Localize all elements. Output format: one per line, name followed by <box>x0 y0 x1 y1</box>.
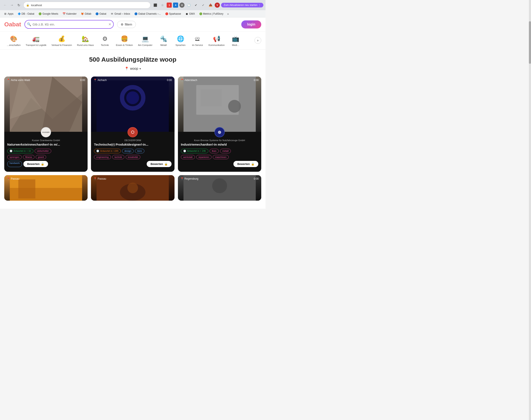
bookmark-dboabat-label: DB - Oabat <box>21 12 34 15</box>
company-abbr-1: KUSSER <box>42 131 49 133</box>
category-transport[interactable]: 🚛 Transport & Logistik <box>23 33 49 48</box>
cast-icon[interactable]: ⬛ <box>152 2 158 8</box>
computer-label: Am Computer <box>138 44 152 46</box>
bookmark-oabatchannels[interactable]: 🔵 Oabat Channels –... <box>133 12 163 16</box>
job-card-3[interactable]: 📍 Aldersbach 0:00 ⊚ Knorr-Bremse Systeme… <box>178 76 261 172</box>
bewerten-btn-2[interactable]: Bewerten 🔒 <box>147 161 171 167</box>
tags-1c: handwerk Bewerten 🔒 <box>7 161 85 167</box>
tag-reparieren[interactable]: reparieren <box>196 155 212 159</box>
tag-maschinen[interactable]: maschinen <box>213 155 229 159</box>
svg-point-11 <box>228 100 241 113</box>
job-card-5[interactable]: 📍 Passau <box>91 175 174 201</box>
bookmark-gmail[interactable]: ✉ Gmail – Inbox <box>109 12 132 16</box>
clock-icon-3: 🕐 <box>183 150 186 152</box>
tag-technik[interactable]: technik <box>112 155 124 159</box>
sprachen-icon: 🌐 <box>177 34 184 43</box>
bewerten-btn-1[interactable]: Bewerten 🔒 <box>23 161 48 167</box>
forward-button[interactable]: → <box>9 2 15 8</box>
response-tag-1[interactable]: 🕐 Antwortet in < 1h <box>7 149 33 153</box>
card-location-4: 📍 Passau <box>7 177 19 180</box>
bookmark-fullstory[interactable]: 🟢 Metrics | FullStory <box>197 12 225 16</box>
bookmark-googlemeets[interactable]: 🟢 Google Meets <box>37 12 60 16</box>
kommunikation-icon: 📢 <box>213 34 220 43</box>
bewerten-btn-3[interactable]: Bewerten 🔒 <box>233 161 258 167</box>
category-medi[interactable]: 📺 Medi… <box>227 33 244 48</box>
search-icon: 🔍 <box>27 22 31 26</box>
job-card-1[interactable]: 📍 Aicha vorm Wald 0:00 KUSSER Kusser Gra… <box>4 76 88 172</box>
category-technik[interactable]: ⚙ Technik <box>96 33 113 48</box>
tag-buero[interactable]: büro <box>135 149 144 153</box>
bookmark-kalender[interactable]: 📅 Kalender <box>61 12 78 16</box>
login-label: login <box>247 23 255 26</box>
category-verkauf[interactable]: 💰 Verkauf & Finanzen <box>49 33 75 48</box>
bookmark-apps[interactable]: ⊞ Apps <box>2 12 15 16</box>
bookmark-gmx[interactable]: ◼ GMX <box>184 12 197 16</box>
ext-clock[interactable]: 🕐 <box>186 2 192 8</box>
category-eigenschaften[interactable]: 🎨 …enschaften <box>4 33 23 48</box>
location-text-5: Passau <box>98 177 106 180</box>
ext-inbox[interactable]: 📥 <box>208 2 213 8</box>
category-metall[interactable]: 🔩 Metall <box>155 33 172 48</box>
location-selector[interactable]: 📍 woop ▾ <box>4 67 261 71</box>
haus-label: Rund ums Haus <box>77 44 94 46</box>
job-card-2[interactable]: 📍 Aichach 0:00 ⬡ DECKERFORM Technische(r… <box>91 76 174 172</box>
ext-v-badge[interactable]: V <box>215 2 220 8</box>
location-chevron-icon: ▾ <box>139 67 141 70</box>
tag-fitness[interactable]: fitness <box>23 155 34 159</box>
company-name-3: Knorr-Bremse Systeme für Nutzfahrzeuge G… <box>181 139 258 142</box>
job-card-4[interactable]: 📍 Passau <box>4 175 88 201</box>
category-service[interactable]: 🛎 im Service <box>189 33 206 48</box>
tag-metall[interactable]: metall <box>220 149 231 153</box>
tag-vielschotter[interactable]: vielschotter <box>35 149 51 153</box>
job-card-6[interactable]: 📍 Regensburg 0:00 <box>178 175 261 201</box>
bookmark-gitlab[interactable]: 🦊 Gitlab <box>79 12 93 16</box>
ext-u[interactable]: U <box>179 2 184 8</box>
company-logo-1: KUSSER <box>41 127 51 137</box>
category-essen[interactable]: 🍔 Essen & Trinken <box>113 33 136 48</box>
tag-werkstatt[interactable]: werkstatt <box>181 155 195 159</box>
logo-text: Oabat <box>4 21 21 28</box>
update-button[interactable]: Zum Aktualisieren neu starten ⋮ <box>221 3 263 7</box>
category-sprachen[interactable]: 🌐 Sprachen <box>172 33 189 48</box>
site-logo[interactable]: Oabat <box>4 21 21 28</box>
category-nav-next[interactable]: › <box>255 37 261 44</box>
ext-v1[interactable]: ✓ <box>200 2 206 8</box>
card-location-6: 📍 Regensburg <box>181 177 198 180</box>
tag-handwerk[interactable]: handwerk <box>7 161 22 167</box>
update-btn-label: Zum Aktualisieren neu starten <box>224 4 258 7</box>
ext-badge-red[interactable]: 1 <box>167 2 172 8</box>
search-clear-icon[interactable]: ✕ <box>108 22 111 26</box>
bookmark-dboabat[interactable]: 🔷 DB - Oabat <box>16 12 36 16</box>
more-bookmarks[interactable]: » <box>226 12 230 16</box>
location-text-4: Passau <box>11 177 19 180</box>
tag-design[interactable]: design <box>122 149 134 153</box>
tag-lkws[interactable]: lkws <box>210 149 219 153</box>
category-haus[interactable]: 🏡 Rund ums Haus <box>75 33 96 48</box>
location-text-3: Aldersbach <box>184 79 197 82</box>
ext-badge-blue[interactable]: 4 <box>173 2 178 8</box>
tag-sprengen[interactable]: sprengen <box>7 155 22 159</box>
tag-granit[interactable]: granit <box>36 155 46 159</box>
ext-check[interactable]: ✔ <box>193 2 199 8</box>
search-input[interactable] <box>24 20 114 29</box>
bookmark-oabat[interactable]: 🔵 Oabat <box>94 12 108 16</box>
filter-button[interactable]: ⚙ filtern <box>117 21 136 28</box>
category-computer[interactable]: 💻 Am Computer <box>136 33 155 48</box>
response-tag-2[interactable]: 🕐 Antwortet in >24h <box>94 149 121 153</box>
bookmark-icon[interactable]: ☆ <box>159 2 165 8</box>
response-tag-3[interactable]: 🕐 Antwortet in < 24h <box>181 149 208 153</box>
tags-1b: sprengen fitness granit <box>7 155 85 159</box>
tag-kreativitaet[interactable]: kreativität <box>126 155 140 159</box>
tag-engineering[interactable]: engineering <box>94 155 111 159</box>
fullstory-icon: 🟢 <box>199 12 202 15</box>
back-button[interactable]: ← <box>2 2 8 8</box>
address-bar[interactable]: 🔒 localhost <box>23 2 151 9</box>
bookmark-sparkasse[interactable]: 🔴 Sparkasse <box>164 12 183 16</box>
location-text-2: Aichach <box>98 79 107 82</box>
category-kommunikation[interactable]: 📢 Kommunikation <box>206 33 227 48</box>
location-pin-2: 📍 <box>93 79 97 82</box>
reload-button[interactable]: ↻ <box>16 2 22 8</box>
login-button[interactable]: login <box>241 20 261 29</box>
location-pin-5: 📍 <box>93 177 97 180</box>
company-name-2: DECKERFORM <box>94 139 171 142</box>
